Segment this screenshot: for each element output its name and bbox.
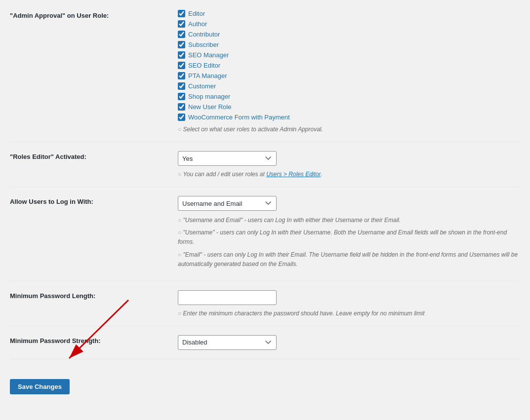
role-new-user-label: New User Role — [188, 103, 231, 111]
role-contributor: Contributor — [178, 31, 520, 38]
min-password-length-field: Enter the minimum characters the passwor… — [178, 290, 520, 317]
role-pta-manager-label: PTA Manager — [188, 72, 227, 79]
role-subscriber: Subscriber — [178, 41, 520, 48]
role-woocommerce: WooCommerce Form with Payment — [178, 114, 520, 121]
checkbox-subscriber[interactable] — [178, 41, 185, 48]
role-shop-manager-label: Shop manager — [188, 93, 230, 100]
checkbox-shop-manager[interactable] — [178, 93, 185, 100]
login-hint-1: "Username and Email" - users can Log In … — [178, 216, 520, 225]
min-password-length-hint: Enter the minimum characters the passwor… — [178, 310, 520, 317]
role-seo-manager-label: SEO Manager — [188, 51, 229, 59]
roles-editor-label: "Roles Editor" Activated: — [10, 151, 178, 160]
role-new-user: New User Role — [178, 103, 520, 111]
role-editor: Editor — [178, 10, 520, 17]
role-author: Author — [178, 20, 520, 28]
checkbox-seo-manager[interactable] — [178, 51, 185, 59]
checkbox-editor[interactable] — [178, 10, 185, 17]
roles-editor-link[interactable]: Users > Roles Editor — [266, 171, 321, 178]
roles-editor-row: "Roles Editor" Activated: Yes No You can… — [10, 142, 520, 187]
role-customer: Customer — [178, 82, 520, 90]
role-seo-editor-label: SEO Editor — [188, 62, 220, 69]
save-row: Save Changes — [10, 359, 520, 404]
login-hint-3: "Email" - users can only Log In with the… — [178, 250, 520, 269]
allow-login-field: Username and Email Username Email "Usern… — [178, 196, 520, 272]
roles-editor-hint: You can add / edit user roles at Users >… — [178, 171, 520, 178]
min-password-strength-row: Minimum Password Strength: Disabled Weak… — [10, 326, 520, 359]
role-pta-manager: PTA Manager — [178, 72, 520, 79]
login-hint-2: "Username" - users can only Log In with … — [178, 228, 520, 247]
roles-checkbox-list: Editor Author Contributor Subscriber SEO… — [178, 10, 520, 121]
checkbox-author[interactable] — [178, 20, 185, 28]
checkbox-new-user-role[interactable] — [178, 103, 185, 111]
roles-editor-select[interactable]: Yes No — [178, 151, 277, 166]
min-password-strength-field: Disabled Weak Medium Strong — [178, 335, 520, 350]
admin-approval-field: Editor Author Contributor Subscriber SEO… — [178, 10, 520, 133]
min-password-length-input[interactable] — [178, 290, 277, 305]
min-password-length-row: Minimum Password Length: Enter the minim… — [10, 281, 520, 326]
roles-editor-field: Yes No You can add / edit user roles at … — [178, 151, 520, 178]
role-subscriber-label: Subscriber — [188, 41, 219, 48]
role-author-label: Author — [188, 20, 207, 28]
allow-login-row: Allow Users to Log in With: Username and… — [10, 187, 520, 281]
checkbox-contributor[interactable] — [178, 31, 185, 38]
admin-approval-label: "Admin Approval" on User Role: — [10, 10, 178, 19]
role-seo-manager: SEO Manager — [178, 51, 520, 59]
min-password-strength-label: Minimum Password Strength: — [10, 335, 178, 344]
checkbox-customer[interactable] — [178, 82, 185, 90]
allow-login-select[interactable]: Username and Email Username Email — [178, 196, 277, 211]
role-customer-label: Customer — [188, 82, 216, 90]
role-contributor-label: Contributor — [188, 31, 220, 38]
checkbox-seo-editor[interactable] — [178, 62, 185, 69]
min-password-strength-select[interactable]: Disabled Weak Medium Strong — [178, 335, 277, 350]
checkbox-woocommerce[interactable] — [178, 114, 185, 121]
admin-approval-row: "Admin Approval" on User Role: Editor Au… — [10, 10, 520, 142]
role-seo-editor: SEO Editor — [178, 62, 520, 69]
admin-approval-hint: Select on what user roles to activate Ad… — [178, 126, 520, 133]
page-wrapper: "Admin Approval" on User Role: Editor Au… — [0, 0, 530, 420]
allow-login-hints: "Username and Email" - users can Log In … — [178, 216, 520, 269]
role-shop-manager: Shop manager — [178, 93, 520, 100]
checkbox-pta-manager[interactable] — [178, 72, 185, 79]
allow-login-label: Allow Users to Log in With: — [10, 196, 178, 205]
min-password-length-label: Minimum Password Length: — [10, 290, 178, 300]
role-editor-label: Editor — [188, 10, 205, 17]
role-woocommerce-label: WooCommerce Form with Payment — [188, 114, 290, 121]
save-changes-button[interactable]: Save Changes — [10, 379, 70, 394]
